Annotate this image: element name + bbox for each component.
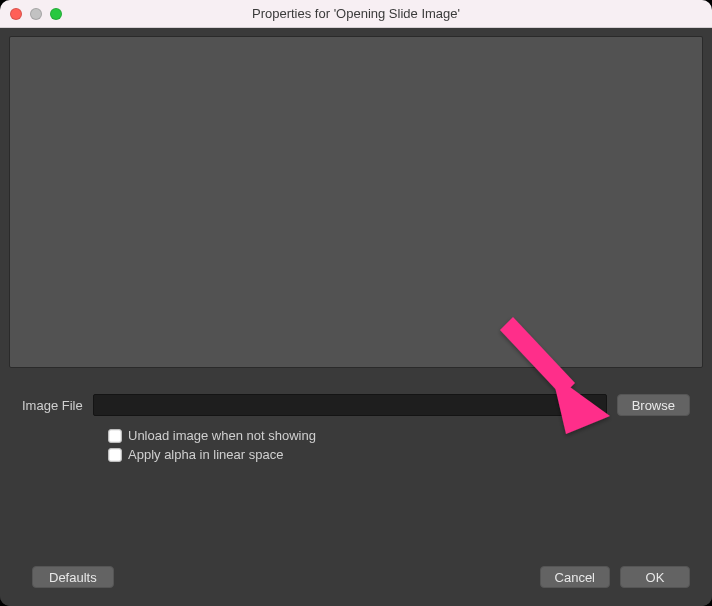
zoom-icon[interactable]	[50, 8, 62, 20]
browse-button[interactable]: Browse	[617, 394, 690, 416]
window-title: Properties for 'Opening Slide Image'	[0, 6, 712, 21]
minimize-icon[interactable]	[30, 8, 42, 20]
unload-checkbox[interactable]	[108, 429, 122, 443]
image-file-input[interactable]	[93, 394, 607, 416]
image-preview	[9, 36, 703, 368]
unload-option-row: Unload image when not showing	[108, 428, 704, 443]
alpha-checkbox[interactable]	[108, 448, 122, 462]
properties-dialog: Properties for 'Opening Slide Image' Ima…	[0, 0, 712, 606]
image-file-row: Image File Browse	[8, 394, 704, 416]
unload-label: Unload image when not showing	[128, 428, 316, 443]
dialog-body: Image File Browse Unload image when not …	[0, 28, 712, 606]
close-icon[interactable]	[10, 8, 22, 20]
alpha-label: Apply alpha in linear space	[128, 447, 283, 462]
alpha-option-row: Apply alpha in linear space	[108, 447, 704, 462]
titlebar: Properties for 'Opening Slide Image'	[0, 0, 712, 28]
ok-button[interactable]: OK	[620, 566, 690, 588]
window-controls	[10, 8, 62, 20]
cancel-button[interactable]: Cancel	[540, 566, 610, 588]
defaults-button[interactable]: Defaults	[32, 566, 114, 588]
bottom-bar: Defaults Cancel OK	[8, 566, 704, 596]
options-area: Unload image when not showing Apply alph…	[8, 428, 704, 466]
image-file-label: Image File	[22, 398, 83, 413]
